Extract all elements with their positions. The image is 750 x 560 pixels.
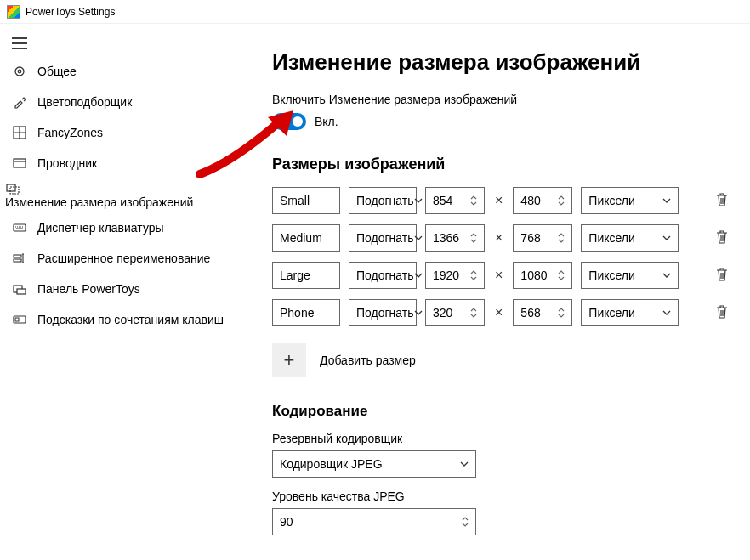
- fit-select[interactable]: Подогнать: [349, 224, 417, 252]
- encoding-heading: Кодирование: [272, 403, 733, 420]
- page-heading: Изменение размера изображений: [272, 49, 733, 76]
- add-size-button[interactable]: + Добавить размер: [272, 343, 733, 377]
- sidebar-item-run[interactable]: Панель PowerToys: [0, 274, 255, 304]
- chevron-down-icon: [414, 198, 423, 203]
- width-input[interactable]: 854: [425, 187, 485, 214]
- sidebar-item-label: FancyZones: [37, 126, 103, 139]
- svg-point-1: [18, 70, 21, 73]
- eyedropper-icon: [12, 95, 27, 109]
- svg-rect-3: [14, 159, 26, 167]
- jpeg-quality-input[interactable]: 90: [272, 508, 476, 535]
- height-input[interactable]: 568: [513, 299, 572, 326]
- enable-toggle[interactable]: [272, 113, 306, 130]
- sidebar-item-label: Подсказки по сочетаниям клавиш: [37, 313, 224, 326]
- keyboard-icon: [12, 221, 27, 235]
- size-name-input[interactable]: Large: [272, 262, 340, 289]
- spinner-arrows-icon: [462, 517, 469, 527]
- fit-select[interactable]: Подогнать: [349, 262, 417, 289]
- fit-select[interactable]: Подогнать: [349, 187, 417, 214]
- sidebar-item-label: Общее: [37, 65, 77, 78]
- sidebar-item-explorer[interactable]: Проводник: [0, 148, 255, 178]
- explorer-icon: [12, 156, 27, 170]
- delete-size-button[interactable]: [716, 305, 733, 321]
- unit-select[interactable]: Пиксели: [581, 224, 679, 252]
- spinner-arrows-icon: [470, 233, 477, 243]
- sidebar-item-label: Изменение размера изображений: [5, 195, 193, 209]
- rename-icon: [12, 252, 27, 265]
- size-name-input[interactable]: Medium: [272, 224, 340, 252]
- times-icon: ×: [493, 268, 504, 283]
- svg-rect-7: [14, 255, 21, 257]
- size-row: MediumПодогнать1366×768Пиксели: [272, 224, 733, 252]
- plus-icon: +: [272, 343, 306, 377]
- size-rows: SmallПодогнать854×480ПикселиMediumПодогн…: [272, 187, 733, 326]
- height-input[interactable]: 1080: [513, 262, 572, 289]
- sidebar-item-keyboard[interactable]: Диспетчер клавиатуры: [0, 212, 255, 243]
- size-row: LargeПодогнать1920×1080Пиксели: [272, 262, 733, 289]
- main-panel: Изменение размера изображений Включить И…: [255, 24, 750, 560]
- unit-select[interactable]: Пиксели: [581, 299, 679, 326]
- sidebar-item-label: Диспетчер клавиатуры: [37, 221, 164, 235]
- times-icon: ×: [493, 230, 504, 246]
- spinner-arrows-icon: [558, 308, 565, 318]
- unit-select[interactable]: Пиксели: [581, 187, 679, 214]
- width-input[interactable]: 320: [425, 299, 485, 326]
- unit-select[interactable]: Пиксели: [581, 262, 679, 289]
- svg-rect-6: [14, 224, 26, 231]
- sidebar-item-shortcuts[interactable]: Подсказки по сочетаниям клавиш: [0, 304, 255, 335]
- size-name-input[interactable]: Small: [272, 187, 340, 214]
- app-icon: [7, 5, 20, 19]
- chevron-down-icon: [414, 235, 423, 240]
- shortcut-guide-icon: [12, 313, 27, 326]
- sidebar-item-imageresizer[interactable]: Изменение размера изображений: [0, 178, 255, 212]
- fit-select[interactable]: Подогнать: [349, 299, 417, 326]
- chevron-down-icon: [414, 310, 423, 315]
- chevron-down-icon: [662, 273, 671, 278]
- width-input[interactable]: 1920: [425, 262, 485, 289]
- height-input[interactable]: 768: [513, 224, 572, 252]
- times-icon: ×: [493, 193, 504, 208]
- fallback-encoder-label: Резервный кодировщик: [272, 432, 733, 445]
- chevron-down-icon: [662, 235, 671, 240]
- hamburger-button[interactable]: [0, 31, 255, 56]
- chevron-down-icon: [662, 198, 671, 203]
- delete-size-button[interactable]: [716, 268, 733, 284]
- spinner-arrows-icon: [470, 270, 477, 280]
- sidebar-item-colorpicker[interactable]: Цветоподборщик: [0, 87, 255, 117]
- spinner-arrows-icon: [470, 195, 477, 206]
- sizes-heading: Размеры изображений: [272, 156, 733, 173]
- sidebar: Общее Цветоподборщик FancyZones Проводни…: [0, 24, 255, 560]
- svg-rect-4: [7, 184, 15, 191]
- chevron-down-icon: [460, 461, 469, 467]
- sidebar-item-label: Проводник: [37, 156, 97, 170]
- delete-size-button[interactable]: [716, 230, 733, 246]
- times-icon: ×: [493, 305, 504, 320]
- sidebar-item-rename[interactable]: Расширенное переименование: [0, 243, 255, 274]
- jpeg-quality-label: Уровень качества JPEG: [272, 489, 733, 503]
- run-icon: [12, 282, 27, 296]
- sidebar-item-fancyzones[interactable]: FancyZones: [0, 117, 255, 148]
- size-row: PhoneПодогнать320×568Пиксели: [272, 299, 733, 326]
- fallback-encoder-select[interactable]: Кодировщик JPEG: [272, 450, 476, 478]
- svg-rect-12: [15, 318, 19, 321]
- grid-icon: [12, 126, 27, 139]
- svg-point-0: [15, 67, 24, 76]
- sidebar-item-label: Расширенное переименование: [37, 252, 210, 265]
- fallback-encoder-value: Кодировщик JPEG: [280, 457, 383, 471]
- sidebar-item-label: Панель PowerToys: [37, 282, 140, 296]
- spinner-arrows-icon: [558, 270, 565, 280]
- delete-size-button[interactable]: [716, 193, 733, 209]
- width-input[interactable]: 1366: [425, 224, 485, 252]
- chevron-down-icon: [662, 310, 671, 315]
- add-size-label: Добавить размер: [320, 354, 416, 367]
- window-title: PowerToys Settings: [26, 6, 115, 18]
- svg-rect-5: [10, 187, 19, 194]
- height-input[interactable]: 480: [513, 187, 572, 214]
- toggle-state-text: Вкл.: [315, 115, 338, 128]
- sidebar-item-general[interactable]: Общее: [0, 56, 255, 87]
- sidebar-item-label: Цветоподборщик: [37, 95, 132, 109]
- jpeg-quality-value: 90: [280, 515, 293, 529]
- gear-icon: [12, 65, 27, 78]
- size-name-input[interactable]: Phone: [272, 299, 340, 326]
- svg-rect-8: [14, 259, 21, 262]
